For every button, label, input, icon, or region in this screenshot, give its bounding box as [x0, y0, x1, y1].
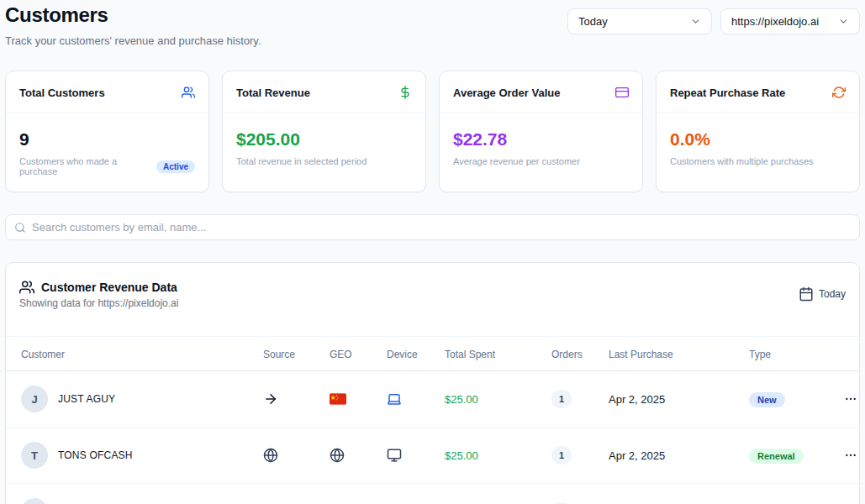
stat-subtext: Total revenue in selected period	[236, 156, 367, 166]
stat-card-average-order-value: Average Order Value $22.78 Average reven…	[439, 71, 643, 192]
customer-name: JUST AGUY	[58, 393, 115, 405]
orders-badge: 1	[551, 390, 572, 408]
period-select-value: Today	[578, 15, 608, 28]
customer-cell: T TONS OFCASH	[21, 442, 236, 469]
calendar-icon	[799, 286, 814, 302]
table-row: T TONS OFCASH $25.00 1 Apr 2, 2025 Renew…	[6, 428, 859, 484]
stat-subtext-row: Customers with multiple purchases	[670, 156, 846, 166]
stat-label: Average Order Value	[453, 87, 560, 99]
customer-search	[5, 214, 860, 240]
dollar-icon	[398, 86, 412, 99]
more-horizontal-icon	[844, 392, 857, 406]
page-subtitle: Track your customers' revenue and purcha…	[5, 34, 261, 47]
page-title: Customers	[5, 3, 261, 27]
table-header-row: Customer Source GEO Device Total Spent O…	[6, 337, 859, 371]
column-header-geo: GEO	[316, 337, 373, 371]
row-actions-button[interactable]	[841, 389, 860, 409]
stat-subtext: Average revenue per customer	[453, 156, 580, 166]
panel-title: Customer Revenue Data	[41, 281, 177, 294]
stat-label: Repeat Purchase Rate	[670, 87, 785, 99]
monitor-icon	[387, 448, 418, 463]
customer-name: TONS OFCASH	[58, 449, 133, 461]
stat-card-header: Total Revenue	[223, 71, 425, 113]
globe-icon	[263, 448, 303, 463]
search-icon	[14, 222, 26, 234]
avatar: T	[21, 442, 48, 469]
laptop-icon	[387, 391, 418, 407]
column-header-customer: Customer	[6, 337, 250, 371]
chevron-down-icon	[838, 16, 849, 27]
row-actions-button[interactable]	[841, 445, 860, 465]
header-controls: Today https://pixeldojo.ai	[567, 3, 860, 34]
active-badge: Active	[156, 160, 195, 173]
period-select[interactable]: Today	[567, 8, 712, 34]
column-header-orders: Orders	[538, 337, 595, 371]
table-row: J JUST AGUY $25.00 1 Apr 2, 2025 New	[6, 371, 859, 428]
stat-subtext-row: Total revenue in selected period	[236, 156, 412, 166]
total-spent: $25.00	[445, 393, 478, 406]
more-horizontal-icon	[844, 449, 857, 462]
avatar: J	[21, 386, 48, 412]
site-select[interactable]: https://pixeldojo.ai	[720, 8, 860, 34]
chevron-down-icon	[690, 16, 701, 27]
customers-page: Customers Track your customers' revenue …	[0, 0, 865, 504]
stat-card-body: 9 Customers who made a purchase Active	[6, 113, 208, 192]
stat-value: $22.78	[453, 129, 629, 150]
page-heading-group: Customers Track your customers' revenue …	[5, 3, 261, 47]
page-header: Customers Track your customers' revenue …	[5, 3, 860, 47]
search-input[interactable]	[32, 221, 851, 234]
last-purchase-date: Apr 2, 2025	[609, 393, 665, 406]
stat-card-body: 0.0% Customers with multiple purchases	[657, 113, 859, 181]
table-row: I ILOVE REPORTING $5.00 1 Apr 2, 2025 Ne…	[6, 484, 859, 504]
column-header-actions	[827, 337, 859, 371]
orders-badge: 1	[551, 446, 572, 465]
column-header-source: Source	[250, 337, 316, 371]
stat-card-body: $205.00 Total revenue in selected period	[223, 113, 425, 181]
stat-subtext-row: Average revenue per customer	[453, 156, 629, 166]
stat-label: Total Revenue	[236, 87, 310, 99]
refresh-icon	[832, 86, 846, 99]
panel-period: Today	[799, 280, 846, 302]
stat-card-body: $22.78 Average revenue per customer	[440, 113, 642, 181]
last-purchase-date: Apr 2, 2025	[609, 449, 665, 462]
type-badge: New	[749, 392, 785, 407]
stat-value: 9	[19, 129, 195, 150]
credit-card-icon	[615, 86, 629, 99]
globe-icon	[330, 448, 360, 463]
panel-period-label: Today	[819, 288, 846, 300]
column-header-type: Type	[736, 337, 827, 371]
customers-table: Customer Source GEO Device Total Spent O…	[6, 336, 859, 504]
column-header-last-purchase: Last Purchase	[595, 337, 736, 371]
stat-value: 0.0%	[670, 129, 846, 150]
cn-flag-icon	[330, 393, 360, 405]
arrow-right-icon	[263, 391, 303, 407]
column-header-device: Device	[373, 337, 431, 371]
column-header-total-spent: Total Spent	[431, 337, 538, 371]
stat-subtext: Customers who made a purchase	[19, 156, 150, 176]
stat-card-header: Total Customers	[6, 71, 208, 113]
stat-subtext: Customers with multiple purchases	[670, 156, 814, 166]
stat-value: $205.00	[236, 129, 412, 150]
stats-cards: Total Customers 9 Customers who made a p…	[5, 71, 860, 192]
panel-header: Customer Revenue Data Showing data for h…	[6, 263, 859, 321]
stat-card-repeat-purchase-rate: Repeat Purchase Rate 0.0% Customers with…	[656, 71, 860, 192]
stat-card-header: Repeat Purchase Rate	[657, 71, 859, 113]
panel-subtitle: Showing data for https://pixeldojo.ai	[19, 297, 178, 309]
users-icon	[182, 86, 195, 99]
customer-cell: J JUST AGUY	[21, 386, 236, 412]
stat-card-total-revenue: Total Revenue $205.00 Total revenue in s…	[222, 71, 426, 192]
customer-revenue-panel: Customer Revenue Data Showing data for h…	[5, 262, 860, 504]
stat-card-header: Average Order Value	[440, 71, 642, 113]
panel-heading-group: Customer Revenue Data Showing data for h…	[19, 280, 178, 309]
stat-label: Total Customers	[19, 87, 105, 99]
site-select-value: https://pixeldojo.ai	[731, 15, 819, 28]
users-icon	[19, 280, 34, 295]
stat-subtext-row: Customers who made a purchase Active	[19, 156, 195, 176]
stat-card-total-customers: Total Customers 9 Customers who made a p…	[5, 71, 209, 192]
avatar: I	[21, 498, 48, 504]
customer-cell: I ILOVE REPORTING	[21, 498, 236, 504]
type-badge: Renewal	[749, 449, 804, 464]
panel-title-row: Customer Revenue Data	[19, 280, 178, 295]
total-spent: $25.00	[445, 449, 478, 462]
